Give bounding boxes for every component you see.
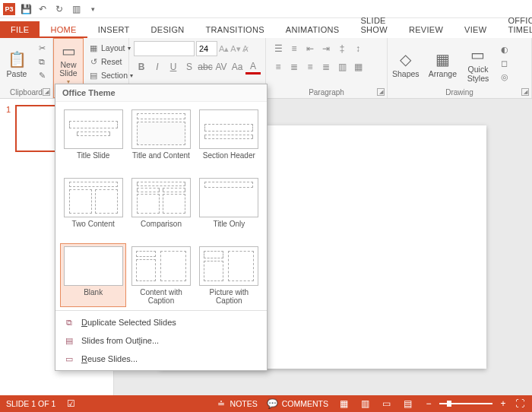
reuse-icon: ▭ xyxy=(63,353,75,365)
spacing-button[interactable]: AV xyxy=(214,59,229,74)
menu-slides-from-outline[interactable]: ▤ Slides from Outline... xyxy=(55,331,267,350)
strikethrough-button[interactable]: abc xyxy=(198,59,213,74)
bold-button[interactable]: B xyxy=(134,59,149,74)
slide-number: 1 xyxy=(6,105,11,114)
smartart-button[interactable]: ▦ xyxy=(350,59,366,74)
qat-customize-icon[interactable]: ▾ xyxy=(87,3,99,15)
sorter-view-icon[interactable]: ▥ xyxy=(359,398,371,410)
fit-to-window-icon[interactable]: ⛶ xyxy=(514,398,526,410)
increase-font-icon[interactable]: A▴ xyxy=(219,44,229,54)
shapes-icon: ◇ xyxy=(400,49,411,70)
normal-view-icon[interactable]: ▦ xyxy=(337,398,350,410)
gallery-menu: ⧉ Duplicate Selected Slides ▤ Slides fro… xyxy=(55,310,267,370)
dialog-launcher-icon[interactable]: ◢ xyxy=(43,88,50,96)
layout-section-header[interactable]: Section Header xyxy=(196,106,262,170)
group-clipboard: 📋 Paste ✂ ⧉ ✎ Clipboard ◢ xyxy=(0,38,53,98)
format-painter-button[interactable]: ✎ xyxy=(33,68,50,82)
tab-transitions[interactable]: TRANSITIONS xyxy=(195,21,275,38)
new-slide-gallery: Office Theme Title Slide Title and Conte… xyxy=(55,84,268,371)
dialog-launcher-icon[interactable]: ◢ xyxy=(521,88,529,96)
group-label-paragraph: Paragraph xyxy=(266,88,387,97)
shadow-button[interactable]: S xyxy=(182,59,197,74)
layout-content-with-caption[interactable]: Content with Caption xyxy=(128,243,194,307)
quick-styles-icon: ▭ xyxy=(470,44,485,65)
brush-icon: ✎ xyxy=(36,70,47,81)
font-name-input[interactable] xyxy=(134,41,195,56)
comments-button[interactable]: 💬COMMENTS xyxy=(267,398,328,410)
align-right-button[interactable]: ≡ xyxy=(302,59,318,74)
scissors-icon: ✂ xyxy=(36,43,47,53)
columns-button[interactable]: ▥ xyxy=(334,59,350,74)
new-slide-icon: ▭ xyxy=(62,42,76,61)
layout-picture-with-caption[interactable]: Picture with Caption xyxy=(196,243,262,307)
layout-grid: Title Slide Title and Content Section He… xyxy=(55,102,267,310)
tab-slideshow[interactable]: SLIDE SHOW xyxy=(350,12,397,38)
copy-icon: ⧉ xyxy=(36,56,47,67)
cut-button[interactable]: ✂ xyxy=(33,41,50,55)
shape-effects-button[interactable]: ◎ xyxy=(496,70,513,84)
shape-outline-button[interactable]: ◻ xyxy=(496,56,513,70)
bullets-button[interactable]: ☰ xyxy=(271,41,286,56)
dialog-launcher-icon[interactable]: ◢ xyxy=(377,88,385,96)
change-case-button[interactable]: Aa xyxy=(230,59,245,74)
layout-title-and-content[interactable]: Title and Content xyxy=(128,106,194,170)
copy-button[interactable]: ⧉ xyxy=(33,55,50,68)
start-from-beginning-icon[interactable]: ▥ xyxy=(70,3,82,15)
gallery-header: Office Theme xyxy=(55,84,267,102)
arrange-icon: ▦ xyxy=(435,49,450,70)
reset-button[interactable]: ↺Reset xyxy=(85,55,136,68)
shape-fill-button[interactable]: ◐ xyxy=(496,43,513,56)
layout-two-content[interactable]: Two Content xyxy=(60,175,126,239)
paste-label: Paste xyxy=(7,70,27,79)
line-spacing-button[interactable]: ‡ xyxy=(334,41,350,56)
tab-view[interactable]: VIEW xyxy=(454,21,497,38)
save-icon[interactable]: 💾 xyxy=(20,3,32,15)
menu-duplicate-slides[interactable]: ⧉ Duplicate Selected Slides xyxy=(55,313,267,331)
new-slide-label: New Slide xyxy=(59,61,77,78)
zoom-slider[interactable]: − + ⛶ xyxy=(423,398,526,410)
quick-access-toolbar: P3 💾 ↶ ↻ ▥ ▾ xyxy=(0,0,532,18)
menu-reuse-slides[interactable]: ▭ Reuse Slides... xyxy=(55,350,267,368)
tab-review[interactable]: REVIEW xyxy=(398,21,454,38)
justify-button[interactable]: ≣ xyxy=(318,59,334,74)
zoom-out-icon[interactable]: − xyxy=(423,398,435,410)
effects-icon: ◎ xyxy=(499,71,510,82)
reading-view-icon[interactable]: ▭ xyxy=(380,398,392,410)
reset-icon: ↺ xyxy=(88,56,99,67)
italic-button[interactable]: I xyxy=(150,59,165,74)
increase-indent-button[interactable]: ⇥ xyxy=(318,41,334,56)
redo-icon[interactable]: ↻ xyxy=(53,3,65,15)
layout-blank[interactable]: Blank xyxy=(60,243,126,307)
outline-icon: ◻ xyxy=(499,58,510,68)
tab-design[interactable]: DESIGN xyxy=(141,21,195,38)
layout-title-slide[interactable]: Title Slide xyxy=(60,106,126,170)
align-center-button[interactable]: ≣ xyxy=(287,59,302,74)
underline-button[interactable]: U xyxy=(166,59,181,74)
slideshow-view-icon[interactable]: ▤ xyxy=(401,398,413,410)
tab-file[interactable]: FILE xyxy=(0,21,40,38)
tab-animations[interactable]: ANIMATIONS xyxy=(275,21,350,38)
layout-button[interactable]: ▦Layout▾ xyxy=(85,41,136,55)
tab-home[interactable]: HOME xyxy=(40,21,87,38)
layout-comparison[interactable]: Comparison xyxy=(128,175,194,239)
undo-icon[interactable]: ↶ xyxy=(36,3,49,15)
notes-button[interactable]: ≐NOTES xyxy=(215,398,258,410)
font-size-input[interactable] xyxy=(196,41,217,56)
align-left-button[interactable]: ≡ xyxy=(271,59,286,74)
tab-insert[interactable]: INSERT xyxy=(87,21,141,38)
section-button[interactable]: ▤Section▾ xyxy=(85,68,136,82)
group-paragraph: ☰ ≡ ⇤ ⇥ ‡ ↕ ≡ ≣ ≡ ≣ ▥ ▦ Paragraph ◢ xyxy=(266,38,388,98)
zoom-in-icon[interactable]: + xyxy=(497,398,509,410)
duplicate-icon: ⧉ xyxy=(63,316,75,328)
spellcheck-icon[interactable]: ☑ xyxy=(65,398,77,410)
decrease-font-icon[interactable]: A▾ xyxy=(230,44,240,54)
clear-formatting-icon[interactable]: A̷ xyxy=(242,44,249,54)
tab-office-timeline[interactable]: OFFICE TIMELINE+ xyxy=(497,12,532,38)
clipboard-icon: 📋 xyxy=(8,49,27,70)
font-color-button[interactable]: A xyxy=(245,59,261,74)
text-direction-button[interactable]: ↕ xyxy=(350,41,366,56)
status-bar: SLIDE 1 OF 1 ☑ ≐NOTES 💬COMMENTS ▦ ▥ ▭ ▤ … xyxy=(0,395,532,412)
layout-title-only[interactable]: Title Only xyxy=(196,175,262,239)
numbering-button[interactable]: ≡ xyxy=(287,41,302,56)
decrease-indent-button[interactable]: ⇤ xyxy=(302,41,318,56)
